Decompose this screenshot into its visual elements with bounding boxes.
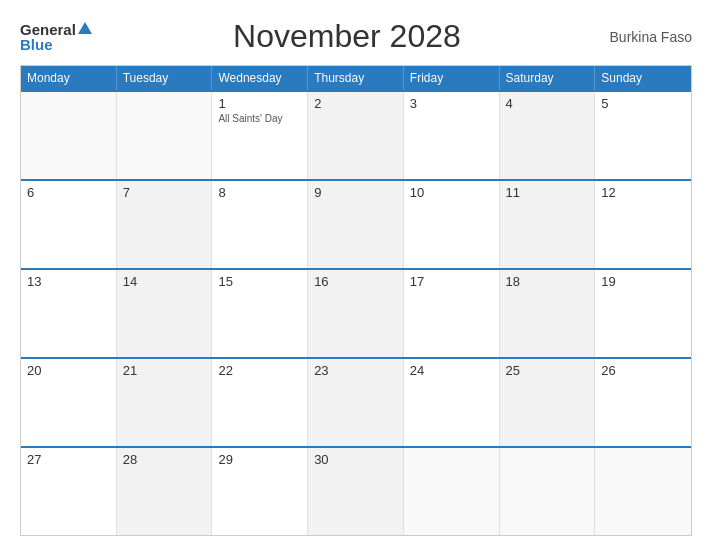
calendar-cell: 30 — [308, 448, 404, 535]
calendar-cell: 8 — [212, 181, 308, 268]
day-number: 20 — [27, 363, 110, 378]
calendar-header-day: Thursday — [308, 66, 404, 90]
calendar-cell: 11 — [500, 181, 596, 268]
calendar-cell: 10 — [404, 181, 500, 268]
calendar-cell: 2 — [308, 92, 404, 179]
day-number: 10 — [410, 185, 493, 200]
day-number: 8 — [218, 185, 301, 200]
calendar-cell: 12 — [595, 181, 691, 268]
day-number: 12 — [601, 185, 685, 200]
calendar-week: 13141516171819 — [21, 268, 691, 357]
calendar-header-day: Sunday — [595, 66, 691, 90]
calendar-cell — [404, 448, 500, 535]
day-number: 13 — [27, 274, 110, 289]
calendar-cell: 18 — [500, 270, 596, 357]
calendar-week: 6789101112 — [21, 179, 691, 268]
day-number: 7 — [123, 185, 206, 200]
day-number: 25 — [506, 363, 589, 378]
calendar-cell — [117, 92, 213, 179]
day-number: 30 — [314, 452, 397, 467]
calendar-cell: 27 — [21, 448, 117, 535]
calendar-cell: 9 — [308, 181, 404, 268]
day-number: 1 — [218, 96, 301, 111]
calendar-cell: 23 — [308, 359, 404, 446]
calendar: MondayTuesdayWednesdayThursdayFridaySatu… — [20, 65, 692, 536]
calendar-cell: 13 — [21, 270, 117, 357]
day-number: 22 — [218, 363, 301, 378]
holiday-label: All Saints' Day — [218, 113, 301, 125]
calendar-cell: 15 — [212, 270, 308, 357]
day-number: 29 — [218, 452, 301, 467]
calendar-cell: 21 — [117, 359, 213, 446]
calendar-header-day: Tuesday — [117, 66, 213, 90]
logo-blue-text: Blue — [20, 37, 92, 52]
day-number: 24 — [410, 363, 493, 378]
header: General Blue November 2028 Burkina Faso — [20, 18, 692, 55]
calendar-cell: 26 — [595, 359, 691, 446]
calendar-header: MondayTuesdayWednesdayThursdayFridaySatu… — [21, 66, 691, 90]
day-number: 14 — [123, 274, 206, 289]
calendar-header-day: Saturday — [500, 66, 596, 90]
day-number: 26 — [601, 363, 685, 378]
calendar-cell: 22 — [212, 359, 308, 446]
calendar-cell: 14 — [117, 270, 213, 357]
calendar-header-day: Monday — [21, 66, 117, 90]
day-number: 19 — [601, 274, 685, 289]
calendar-cell: 28 — [117, 448, 213, 535]
day-number: 9 — [314, 185, 397, 200]
day-number: 17 — [410, 274, 493, 289]
day-number: 21 — [123, 363, 206, 378]
calendar-body: 1All Saints' Day234567891011121314151617… — [21, 90, 691, 535]
day-number: 18 — [506, 274, 589, 289]
country-label: Burkina Faso — [602, 29, 692, 45]
page-title: November 2028 — [92, 18, 602, 55]
calendar-cell: 1All Saints' Day — [212, 92, 308, 179]
day-number: 27 — [27, 452, 110, 467]
day-number: 16 — [314, 274, 397, 289]
calendar-week: 1All Saints' Day2345 — [21, 90, 691, 179]
calendar-cell: 7 — [117, 181, 213, 268]
day-number: 3 — [410, 96, 493, 111]
logo: General Blue — [20, 22, 92, 52]
day-number: 2 — [314, 96, 397, 111]
calendar-header-day: Wednesday — [212, 66, 308, 90]
calendar-cell: 24 — [404, 359, 500, 446]
calendar-week: 20212223242526 — [21, 357, 691, 446]
day-number: 15 — [218, 274, 301, 289]
day-number: 23 — [314, 363, 397, 378]
day-number: 5 — [601, 96, 685, 111]
day-number: 4 — [506, 96, 589, 111]
calendar-cell: 25 — [500, 359, 596, 446]
calendar-cell: 5 — [595, 92, 691, 179]
calendar-cell — [595, 448, 691, 535]
day-number: 6 — [27, 185, 110, 200]
calendar-cell — [500, 448, 596, 535]
day-number: 11 — [506, 185, 589, 200]
day-number: 28 — [123, 452, 206, 467]
calendar-cell: 6 — [21, 181, 117, 268]
calendar-cell: 19 — [595, 270, 691, 357]
calendar-week: 27282930 — [21, 446, 691, 535]
calendar-cell: 17 — [404, 270, 500, 357]
page: General Blue November 2028 Burkina Faso … — [0, 0, 712, 550]
calendar-cell: 20 — [21, 359, 117, 446]
calendar-cell: 4 — [500, 92, 596, 179]
calendar-cell: 3 — [404, 92, 500, 179]
calendar-cell — [21, 92, 117, 179]
logo-triangle-icon — [78, 22, 92, 34]
calendar-header-day: Friday — [404, 66, 500, 90]
calendar-cell: 29 — [212, 448, 308, 535]
logo-general-text: General — [20, 22, 76, 37]
calendar-cell: 16 — [308, 270, 404, 357]
